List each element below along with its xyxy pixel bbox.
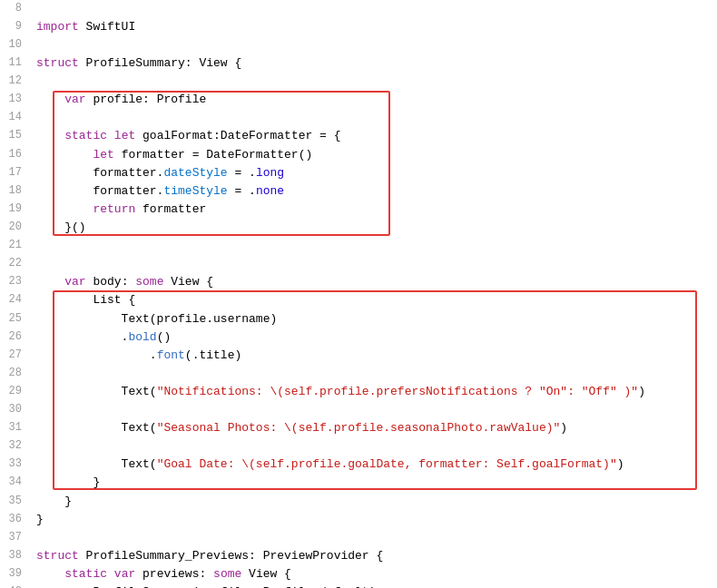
- code-line: 27 .font(.title): [0, 347, 717, 365]
- line-content: }: [33, 474, 717, 492]
- line-number: 21: [0, 237, 33, 254]
- code-line: 16 let formatter = DateFormatter(): [0, 146, 717, 164]
- line-number: 35: [0, 493, 33, 510]
- code-line: 13 var profile: Profile: [0, 91, 717, 109]
- line-content: Text("Seasonal Photos: \(self.profile.se…: [33, 419, 717, 437]
- line-content: Text("Notifications: \(self.profile.pref…: [33, 383, 717, 401]
- line-number: 16: [0, 146, 33, 163]
- line-content: struct ProfileSummary_Previews: PreviewP…: [33, 547, 717, 565]
- line-number: 26: [0, 328, 33, 346]
- line-number: 34: [0, 474, 33, 491]
- line-number: 23: [0, 273, 33, 290]
- code-line: 28: [0, 365, 717, 383]
- line-number: 12: [0, 73, 33, 90]
- line-number: 14: [0, 109, 33, 126]
- code-line: 15 static let goalFormat:DateFormatter =…: [0, 127, 717, 145]
- line-content: List {: [33, 291, 717, 309]
- line-number: 11: [0, 54, 33, 72]
- line-content: var body: some View {: [33, 273, 717, 291]
- code-line: 18 formatter.timeStyle = .none: [0, 182, 717, 201]
- code-line: 25 Text(profile.username): [0, 310, 717, 328]
- code-line: 40 ProfileSummary(profile: Profile.defau…: [0, 583, 717, 588]
- line-number: 32: [0, 437, 33, 455]
- line-content: .font(.title): [33, 347, 717, 365]
- code-line: 29 Text("Notifications: \(self.profile.p…: [0, 383, 717, 401]
- code-line: 21: [0, 237, 717, 255]
- line-content: Text(profile.username): [33, 310, 717, 328]
- line-content: return formatter: [33, 201, 717, 219]
- code-line: 36}: [0, 511, 717, 529]
- line-number: 38: [0, 547, 33, 564]
- line-content: Text("Goal Date: \(self.profile.goalDate…: [33, 456, 717, 474]
- code-line: 23 var body: some View {: [0, 273, 717, 291]
- line-content: }(): [33, 219, 717, 237]
- code-line: 31 Text("Seasonal Photos: \(self.profile…: [0, 419, 717, 437]
- code-line: 30: [0, 401, 717, 419]
- line-number: 28: [0, 365, 33, 382]
- line-content: }: [33, 493, 717, 511]
- line-number: 25: [0, 310, 33, 328]
- code-line: 14: [0, 109, 717, 127]
- line-number: 36: [0, 511, 33, 528]
- line-number: 27: [0, 347, 33, 364]
- code-line: 19 return formatter: [0, 201, 717, 219]
- code-line: 12: [0, 73, 717, 91]
- code-line: 10: [0, 36, 717, 54]
- code-line: 38struct ProfileSummary_Previews: Previe…: [0, 547, 717, 565]
- code-line: 34 }: [0, 474, 717, 492]
- line-number: 33: [0, 456, 33, 473]
- code-line: 8: [0, 0, 717, 18]
- code-line: 26 .bold(): [0, 328, 717, 347]
- line-content: }: [33, 511, 717, 529]
- line-content: struct ProfileSummary: View {: [33, 54, 717, 73]
- line-content: static var previews: some View {: [33, 565, 717, 583]
- code-line: 39 static var previews: some View {: [0, 565, 717, 583]
- code-line: 17 formatter.dateStyle = .long: [0, 164, 717, 182]
- line-number: 10: [0, 36, 33, 54]
- line-content: static let goalFormat:DateFormatter = {: [33, 127, 717, 145]
- line-number: 30: [0, 401, 33, 418]
- line-number: 9: [0, 18, 33, 35]
- line-content: formatter.timeStyle = .none: [33, 182, 717, 201]
- code-editor: 89import SwiftUI1011struct ProfileSummar…: [0, 0, 717, 588]
- code-line: 24 List {: [0, 291, 717, 309]
- code-line: 33 Text("Goal Date: \(self.profile.goalD…: [0, 456, 717, 474]
- line-number: 18: [0, 182, 33, 200]
- line-content: .bold(): [33, 328, 717, 347]
- line-content: ProfileSummary(profile: Profile.default): [33, 583, 717, 588]
- code-line: 20 }(): [0, 219, 717, 237]
- line-content: formatter.dateStyle = .long: [33, 164, 717, 182]
- line-number: 37: [0, 529, 33, 546]
- line-number: 22: [0, 255, 33, 272]
- line-content: var profile: Profile: [33, 91, 717, 109]
- line-number: 17: [0, 164, 33, 181]
- line-content: let formatter = DateFormatter(): [33, 146, 717, 164]
- line-number: 15: [0, 127, 33, 144]
- code-line: 37: [0, 529, 717, 547]
- code-line: 35 }: [0, 493, 717, 511]
- line-number: 8: [0, 0, 33, 17]
- line-number: 24: [0, 291, 33, 309]
- line-number: 31: [0, 419, 33, 436]
- line-number: 20: [0, 219, 33, 236]
- code-line: 9import SwiftUI: [0, 18, 717, 36]
- code-line: 32: [0, 437, 717, 456]
- code-line: 22: [0, 255, 717, 273]
- line-content: import SwiftUI: [33, 18, 717, 36]
- line-number: 39: [0, 565, 33, 583]
- line-number: 29: [0, 383, 33, 400]
- line-number: 19: [0, 201, 33, 218]
- line-number: 13: [0, 91, 33, 108]
- line-number: 40: [0, 583, 33, 588]
- code-line: 11struct ProfileSummary: View {: [0, 54, 717, 73]
